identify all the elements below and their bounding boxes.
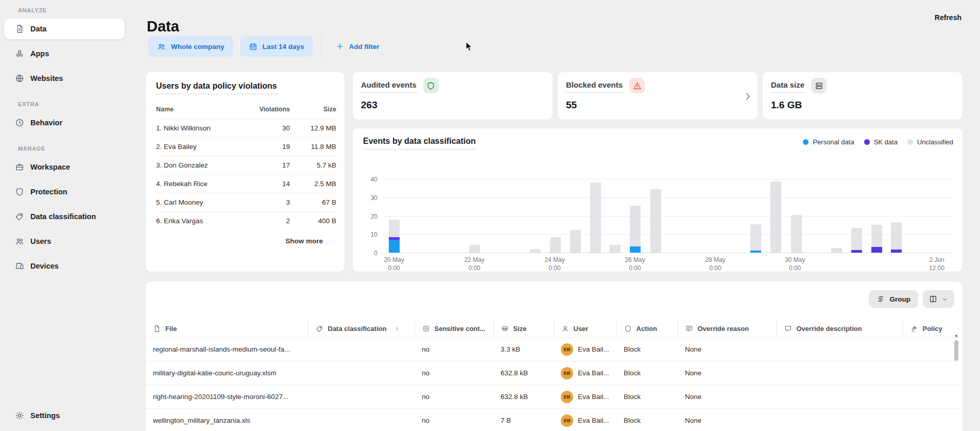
chart-ytick: 20 — [363, 213, 377, 220]
cell-size: 632.8 kB — [493, 385, 554, 409]
column-header-override_description[interactable]: Override description — [777, 320, 903, 338]
group-button[interactable]: Group — [869, 290, 919, 308]
chart-xtick: 20 May0:00 — [384, 256, 404, 272]
cell-action: Block — [616, 361, 678, 385]
document-icon — [15, 24, 24, 34]
sidebar-item-label: Apps — [30, 49, 49, 58]
violations-row[interactable]: 2. Eva Bailey 19 11.8 MB — [156, 138, 336, 156]
stat-badge — [811, 78, 827, 93]
chart-bar — [630, 206, 641, 253]
chevron-right-icon[interactable] — [743, 91, 753, 102]
stat-card-blocked-events[interactable]: Blocked events 55 — [558, 72, 758, 120]
scrollbar-up-arrow[interactable]: ▲ — [953, 333, 959, 338]
bar-segment-unclassified — [791, 215, 802, 253]
column-header-data_classification[interactable]: Data classification ↑ — [308, 320, 415, 338]
sidebar-item-users[interactable]: Users — [4, 231, 125, 252]
violations-size: 400 B — [290, 212, 336, 230]
violations-user-name: 4. Rebekah Rice — [156, 175, 252, 193]
violations-card-title: Users by data policy violations — [156, 81, 336, 94]
user-name: Eva Bail... — [578, 369, 609, 377]
cell-action: Block — [616, 338, 678, 361]
stat-card-audited-events[interactable]: Audited events 263 — [353, 72, 553, 120]
violations-row[interactable]: 3. Don Gonzalez 17 5.7 kB — [156, 156, 336, 175]
violations-row[interactable]: 1. Nikki Wilkinson 30 12.9 MB — [156, 119, 336, 138]
column-header-sensitive_content[interactable]: Sensitive cont... — [415, 320, 493, 338]
add-filter-button[interactable]: Add filter — [336, 42, 380, 51]
chart-bar — [891, 222, 902, 253]
violations-col-name: Name — [156, 101, 252, 119]
chart-bar — [590, 183, 601, 253]
sidebar-item-workspace[interactable]: Workspace — [4, 157, 125, 177]
sidebar-item-behavior[interactable]: Behavior — [4, 112, 125, 133]
cell-override-description — [777, 361, 903, 385]
sidebar-item-devices[interactable]: Devices — [4, 256, 125, 276]
cell-user: EB Eva Bail... — [554, 409, 616, 431]
shield-icon — [15, 187, 24, 196]
stat-card-data-size[interactable]: Data size 1.6 GB — [763, 72, 962, 120]
legend-item[interactable]: SK data — [864, 138, 898, 146]
stat-card-label: Data size — [771, 80, 804, 93]
sidebar-section-label: ANALYZE — [18, 7, 129, 13]
stat-badge — [423, 78, 439, 93]
table-scrollbar[interactable]: ▲ — [953, 333, 959, 431]
violations-row[interactable]: 4. Rebekah Rice 14 2.5 MB — [156, 175, 336, 193]
table-row[interactable]: regional-marshall-islands-medium-seoul-f… — [146, 338, 962, 361]
briefcase-icon — [15, 162, 24, 172]
cell-sensitive-content: no — [415, 361, 493, 385]
bar-segment-unclassified — [570, 230, 581, 253]
bar-segment-unclassified — [891, 222, 902, 249]
bar-segment-sk — [871, 247, 882, 253]
bar-segment-personal — [750, 251, 761, 253]
users-icon — [15, 237, 24, 246]
chart-gridline — [383, 216, 952, 217]
chat-lines-icon — [685, 325, 693, 333]
table-row[interactable]: wellington_military_tanzania.xls no 7 B … — [146, 409, 962, 431]
sort-asc-icon: ↑ — [396, 325, 399, 333]
sidebar-item-websites[interactable]: Websites — [4, 68, 125, 89]
chart-gridline — [383, 179, 952, 179]
table-row[interactable]: right-hearing-20201109-style-moroni-6027… — [146, 385, 962, 409]
legend-item[interactable]: Unclassified — [907, 138, 953, 146]
column-header-file[interactable]: File — [146, 320, 308, 338]
sidebar-item-settings[interactable]: Settings — [4, 405, 125, 426]
column-header-size[interactable]: Size — [493, 320, 554, 338]
scrollbar-thumb[interactable] — [954, 340, 958, 361]
violations-row[interactable]: 5. Carl Mooney 3 67 B — [156, 193, 336, 212]
app-screen: ANALYZE Data Apps Websites EXTRA Behavio… — [0, 0, 980, 431]
filter-chip-scope[interactable]: Whole company — [148, 36, 233, 57]
cell-user: EB Eva Bail... — [554, 338, 616, 361]
chart-bar — [530, 249, 541, 253]
bar-segment-unclassified — [831, 248, 842, 253]
columns-button[interactable] — [923, 290, 954, 308]
sidebar-item-protection[interactable]: Protection — [4, 181, 125, 202]
table-row[interactable]: military-digital-katie-couric-uruguay.xl… — [146, 361, 962, 385]
sidebar-item-label: Websites — [30, 74, 63, 82]
refresh-button[interactable]: Refresh — [935, 13, 961, 22]
sidebar-item-label: Protection — [30, 188, 67, 196]
cell-file: right-hearing-20201109-style-moroni-6027… — [146, 385, 308, 409]
column-header-label: Sensitive cont... — [435, 325, 486, 333]
column-header-action[interactable]: Action — [616, 320, 678, 338]
column-header-user[interactable]: User — [554, 320, 616, 338]
bar-segment-unclassified — [630, 206, 641, 246]
sidebar-item-data[interactable]: Data — [4, 19, 125, 39]
chart-bar — [791, 215, 802, 253]
filter-chip-label: Whole company — [171, 43, 225, 51]
bar-segment-sk — [851, 250, 862, 253]
violations-count: 19 — [252, 138, 290, 156]
cell-size: 7 B — [493, 409, 554, 431]
violations-count: 2 — [252, 212, 290, 230]
column-header-override_reason[interactable]: Override reason — [678, 320, 777, 338]
show-more-button[interactable]: Show more — [156, 237, 336, 245]
violations-count: 30 — [252, 119, 290, 138]
legend-item[interactable]: Personal data — [803, 138, 854, 146]
sidebar-item-data-classification[interactable]: Data classification — [4, 206, 125, 227]
sidebar-item-apps[interactable]: Apps — [4, 43, 125, 64]
violations-count: 14 — [252, 175, 290, 193]
cell-action: Block — [616, 409, 678, 431]
cell-data-classification — [308, 409, 415, 431]
chart-xtick: 28 May0:00 — [705, 256, 725, 272]
filter-chip-date-range[interactable]: Last 14 days — [240, 36, 313, 57]
violations-row[interactable]: 6. Erika Vargas 2 400 B — [156, 212, 336, 230]
bar-segment-unclassified — [530, 249, 541, 253]
